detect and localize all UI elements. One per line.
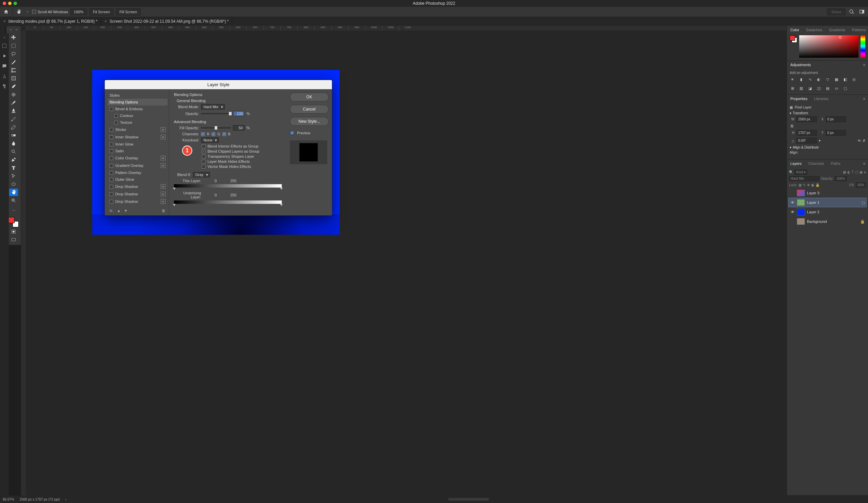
filter-shape-icon[interactable]: ▢ (855, 170, 858, 174)
link-icon[interactable]: ⛓ (790, 124, 794, 128)
blend-mode-select[interactable]: Hard Mix ▾ (201, 104, 225, 110)
document-tab[interactable]: × blending modes.psd @ 66.7% (Layer 1, R… (0, 17, 101, 26)
close-icon[interactable]: × (10, 28, 11, 31)
layer-row[interactable]: 👁 Layer 2 (788, 207, 867, 217)
maximize-window-button[interactable] (13, 2, 17, 5)
colorlookup-icon[interactable]: ▥ (798, 85, 804, 91)
sidebar-item-outer-glow[interactable]: Outer Glow (107, 176, 167, 183)
filter-toggle[interactable]: ● (864, 170, 866, 174)
layer-fill-input[interactable]: 50% (856, 183, 866, 187)
scroll-all-windows-checkbox[interactable]: Scroll All Windows (32, 10, 68, 14)
tab-adjustments[interactable]: Adjustments (788, 61, 813, 68)
channel-r-checkbox[interactable] (201, 132, 205, 136)
invert-icon[interactable]: ◪ (807, 85, 813, 91)
blur-tool[interactable] (9, 140, 18, 147)
new-style-button[interactable]: New Style... (290, 117, 329, 126)
eraser-tool[interactable] (9, 123, 18, 131)
tab-color[interactable]: Color (788, 27, 801, 33)
fill-screen-button[interactable]: Fill Screen (116, 8, 141, 16)
panel-menu-icon[interactable]: ≡ (862, 97, 867, 101)
sidebar-item-gradient-overlay[interactable]: Gradient Overlay+ (107, 162, 167, 169)
add-icon[interactable]: + (161, 127, 165, 132)
close-window-button[interactable] (3, 2, 6, 5)
lock-move-icon[interactable]: ✥ (807, 183, 810, 187)
chevron-right-icon[interactable]: › (65, 497, 66, 501)
color-swatches[interactable] (9, 217, 19, 227)
sidebar-item-stroke[interactable]: Stroke+ (107, 126, 167, 133)
gradient-tool[interactable] (9, 132, 18, 139)
screenmode-button[interactable] (9, 236, 18, 244)
lasso-tool[interactable] (9, 50, 18, 58)
close-icon[interactable]: × (104, 19, 107, 24)
tab-gradients[interactable]: Gradients (827, 27, 847, 33)
channel-b-checkbox[interactable] (223, 132, 226, 136)
document-tab[interactable]: × Screen Shot 2022-09-22 at 11.09.54 AM.… (101, 17, 232, 26)
tab-layers[interactable]: Layers (788, 160, 804, 167)
play-icon[interactable] (2, 53, 7, 59)
eyedropper-tool[interactable] (9, 83, 18, 90)
lock-position-icon[interactable]: ✎ (803, 183, 806, 187)
sidebar-item-bevel[interactable]: Bevel & Emboss (107, 105, 167, 112)
align-section[interactable]: ▾Align & Distribute (790, 145, 865, 149)
vector-mask-hides-checkbox[interactable]: Vector Mask Hides Effects (202, 164, 282, 168)
tab-patterns[interactable]: Patterns (850, 27, 868, 33)
workspace-icon[interactable] (858, 8, 866, 16)
y-input[interactable] (826, 130, 846, 136)
tab-paths[interactable]: Paths (829, 160, 843, 167)
brush-tool[interactable] (9, 99, 18, 106)
filter-select[interactable]: Kind ▾ (794, 170, 807, 175)
height-input[interactable] (796, 130, 817, 136)
up-icon[interactable]: ▲ (117, 208, 121, 213)
pen-tool[interactable] (9, 156, 18, 164)
hand-tool[interactable] (9, 188, 18, 196)
fill-opacity-input[interactable]: 50 (233, 125, 245, 131)
transform-section[interactable]: ▾Transform (790, 111, 865, 115)
zoom-tool[interactable] (9, 197, 18, 204)
lock-artboard-icon[interactable]: ▣ (811, 183, 814, 187)
layer-opacity-input[interactable]: 100% (835, 176, 847, 181)
scrollbar[interactable] (448, 498, 489, 501)
cancel-button[interactable]: Cancel (290, 105, 329, 114)
search-icon[interactable] (848, 8, 856, 16)
layer-row[interactable]: Layer 3 (788, 188, 867, 198)
ok-button[interactable]: OK (290, 93, 329, 101)
zoom-field[interactable]: 100% (70, 9, 87, 15)
this-layer-slider[interactable] (174, 184, 282, 187)
frame-tool[interactable] (9, 75, 18, 82)
panel-menu-icon[interactable]: ≡ (862, 63, 867, 67)
type-tool[interactable] (9, 164, 18, 172)
wand-tool[interactable] (9, 58, 18, 66)
channel-mixer-icon[interactable]: ⊞ (790, 85, 795, 91)
path-select-tool[interactable] (9, 172, 18, 180)
channel-g-checkbox[interactable] (211, 132, 215, 136)
curves-icon[interactable]: ∿ (807, 76, 813, 82)
sidebar-item-inner-shadow[interactable]: Inner Shadow+ (107, 133, 167, 141)
canvas-area[interactable]: 0501001502002503003504004505005506006507… (21, 26, 787, 495)
edit-toolbar-button[interactable]: ⋯ (9, 207, 18, 214)
fx-icon[interactable]: fx. (110, 208, 114, 213)
bw-icon[interactable]: ◧ (843, 76, 848, 82)
sidebar-item-texture[interactable]: Texture (107, 119, 167, 126)
threshold-icon[interactable]: ▤ (825, 85, 830, 91)
lock-all-icon[interactable]: 🔒 (815, 183, 819, 187)
sidebar-item-drop-shadow[interactable]: Drop Shadow+ (107, 190, 167, 198)
move-tool[interactable] (9, 34, 18, 41)
zoom-level[interactable]: 66.67% (3, 497, 14, 501)
opacity-slider[interactable] (201, 113, 231, 114)
filter-smart-icon[interactable]: ▣ (859, 170, 862, 174)
tab-libraries[interactable]: Libraries (812, 95, 830, 102)
underlying-layer-slider[interactable] (174, 201, 282, 204)
exposure-icon[interactable]: ◐ (816, 76, 822, 82)
character-icon[interactable] (2, 74, 7, 80)
layer-mask-hides-checkbox[interactable]: Layer Mask Hides Effects (202, 160, 282, 164)
lock-pixels-icon[interactable]: ▦ (798, 183, 802, 187)
chevron-down-icon[interactable] (25, 9, 30, 14)
opacity-input[interactable]: 100 (233, 111, 245, 116)
add-icon[interactable]: + (161, 156, 165, 161)
chevron-down-icon[interactable]: ▾ (819, 139, 820, 142)
brightness-icon[interactable]: ☀ (790, 76, 795, 82)
sidebar-item-blending-options[interactable]: Blending Options (107, 99, 167, 105)
sidebar-item-contour[interactable]: Contour (107, 112, 167, 119)
search-icon[interactable]: 🔍 (789, 170, 793, 174)
blend-interior-checkbox[interactable]: Blend Interior Effects as Group (202, 144, 282, 148)
